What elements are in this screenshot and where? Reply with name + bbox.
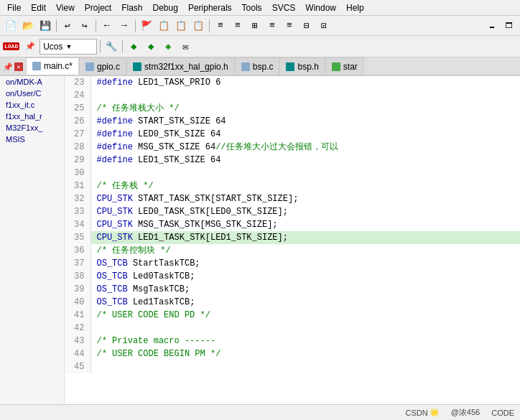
code-row-25: 25/* 任务堆栈大小 */: [65, 102, 520, 115]
menu-peripherals[interactable]: Peripherals: [184, 1, 236, 14]
align1-button[interactable]: ⊞: [247, 18, 263, 34]
bookmark-button[interactable]: 🚩: [139, 18, 154, 34]
line-content-23: #define LED1_TASK_PRIO 6: [90, 76, 520, 89]
line-content-39: OS_TCB MsgTaskTCB;: [90, 283, 520, 296]
sidebar-item-4[interactable]: M32F1xx_: [0, 122, 64, 134]
tab-main-c[interactable]: main.c*: [26, 57, 79, 75]
line-num-37: 37: [65, 257, 90, 270]
line-content-38: OS_TCB Led0TaskTCB;: [90, 270, 520, 283]
toolbar-sep1: [56, 19, 57, 32]
menu-view[interactable]: View: [52, 1, 79, 14]
menu-debug[interactable]: Debug: [149, 1, 182, 14]
tab-gpio-c[interactable]: gpio.c: [79, 57, 126, 75]
tab-star[interactable]: star: [325, 57, 364, 75]
tab-main-c-label: main.c*: [44, 61, 73, 71]
sidebar-item-0[interactable]: on/MDK-A: [0, 76, 64, 88]
menu-tools[interactable]: Tools: [238, 1, 266, 14]
code-row-43: 43/* Private macro ------: [65, 335, 520, 347]
menu-edit[interactable]: Edit: [27, 1, 50, 14]
line-content-27: #define LED0_STK_SIZE 64: [90, 128, 520, 141]
menu-file[interactable]: File: [3, 1, 25, 14]
tab-bsp-c[interactable]: bsp.c: [235, 57, 280, 75]
sidebar-item-2[interactable]: f1xx_it.c: [0, 99, 64, 111]
line-content-41: /* USER CODE END PD */: [90, 309, 520, 322]
menu-window[interactable]: Window: [301, 1, 340, 14]
line-content-45: [90, 360, 520, 373]
window-max-button[interactable]: 🗖: [501, 18, 517, 34]
align5-button[interactable]: ⊡: [316, 18, 332, 34]
code-row-24: 24: [65, 89, 520, 102]
download-button[interactable]: ◈: [160, 39, 176, 55]
undo-button[interactable]: ↩: [60, 18, 75, 34]
menu-svcs[interactable]: SVCS: [268, 1, 300, 14]
tab-hal-label: stm32f1xx_hal_gpio.h: [144, 62, 228, 72]
align3-button[interactable]: ≡: [282, 18, 297, 34]
code-row-36: 36/* 任务控制块 */: [65, 244, 520, 257]
line-num-33: 33: [65, 205, 90, 218]
menu-bar: File Edit View Project Flash Debug Perip…: [0, 0, 520, 16]
status-csdn: CSDN 🌟: [406, 408, 440, 417]
line-num-32: 32: [65, 192, 90, 205]
back-button[interactable]: ←: [99, 18, 115, 34]
pin-icon[interactable]: 📌: [3, 62, 13, 72]
code-row-33: 33CPU_STK LED0_TASK_STK[LED0_STK_SIZE];: [65, 205, 520, 218]
tab-bsp-h[interactable]: bsp.h: [279, 57, 325, 75]
forward-button[interactable]: →: [116, 18, 132, 34]
outdent-button[interactable]: ≡: [230, 18, 246, 34]
line-num-31: 31: [65, 179, 90, 192]
close-all-tabs-button[interactable]: ✕: [14, 62, 23, 71]
line-num-42: 42: [65, 322, 90, 335]
tab-bsp-c-icon: [241, 62, 250, 71]
dropdown-arrow-icon[interactable]: ▼: [66, 43, 73, 50]
tab-hal-gpio-h[interactable]: stm32f1xx_hal_gpio.h: [126, 57, 235, 75]
status-user: @浓456: [451, 407, 480, 418]
sidebar-item-1[interactable]: on/User/C: [0, 88, 64, 99]
copy2-button[interactable]: 📋: [173, 18, 189, 34]
line-num-30: 30: [65, 167, 90, 179]
redo-button[interactable]: ↪: [77, 18, 93, 34]
code-row-38: 38OS_TCB Led0TaskTCB;: [65, 270, 520, 283]
load-badge: LOAD: [3, 42, 19, 50]
build-button[interactable]: ◆: [126, 39, 141, 55]
menu-project[interactable]: Project: [80, 1, 116, 14]
code-row-26: 26#define START_STK_SIZE 64: [65, 115, 520, 128]
window-min-button[interactable]: 🗕: [484, 18, 500, 34]
rebuild-button[interactable]: ◆: [143, 39, 159, 55]
line-content-32: CPU_STK START_TASK_STK[START_STK_SIZE];: [90, 192, 520, 205]
code-row-41: 41/* USER CODE END PD */: [65, 309, 520, 322]
open-file-button[interactable]: 📂: [20, 18, 36, 34]
line-content-42: [90, 322, 520, 335]
target-options-button[interactable]: 🔧: [103, 39, 119, 55]
code-row-27: 27#define LED0_STK_SIZE 64: [65, 128, 520, 141]
message-button[interactable]: ✉: [177, 39, 193, 55]
sidebar-item-3[interactable]: f1xx_hal_r: [0, 111, 64, 122]
new-file-button[interactable]: 📄: [3, 18, 19, 34]
line-content-40: OS_TCB Led1TaskTCB;: [90, 296, 520, 309]
tab-star-icon: [332, 62, 340, 71]
copy1-button[interactable]: 📋: [156, 18, 172, 34]
toolbar-sep4: [209, 19, 210, 32]
load-pin-button[interactable]: 📌: [22, 39, 38, 55]
line-content-44: /* USER CODE BEGIN PM */: [90, 347, 520, 360]
line-num-45: 45: [65, 360, 90, 373]
align2-button[interactable]: ≡: [264, 18, 280, 34]
target-dropdown-value: Ucos: [43, 42, 62, 52]
code-editor[interactable]: 23#define LED1_TASK_PRIO 62425/* 任务堆栈大小 …: [65, 76, 520, 404]
target-dropdown[interactable]: Ucos ▼: [40, 39, 97, 55]
menu-help[interactable]: Help: [342, 1, 368, 14]
code-row-40: 40OS_TCB Led1TaskTCB;: [65, 296, 520, 309]
menu-flash[interactable]: Flash: [117, 1, 147, 14]
align4-button[interactable]: ⊟: [299, 18, 315, 34]
line-num-34: 34: [65, 218, 90, 231]
tab-star-label: star: [343, 62, 358, 72]
copy3-button[interactable]: 📋: [190, 18, 206, 34]
line-content-43: /* Private macro ------: [90, 335, 520, 347]
tab-hal-icon: [133, 62, 141, 71]
tab-pin-area: 📌 ✕: [0, 59, 26, 75]
sidebar-item-5[interactable]: MSIS: [0, 134, 64, 145]
code-row-35: 35CPU_STK LED1_TASK_STK[LED1_STK_SIZE];: [65, 231, 520, 244]
save-button[interactable]: 💾: [37, 18, 53, 34]
line-num-29: 29: [65, 154, 90, 167]
indent-button[interactable]: ≡: [213, 18, 228, 34]
tab-bsp-h-icon: [286, 62, 294, 71]
